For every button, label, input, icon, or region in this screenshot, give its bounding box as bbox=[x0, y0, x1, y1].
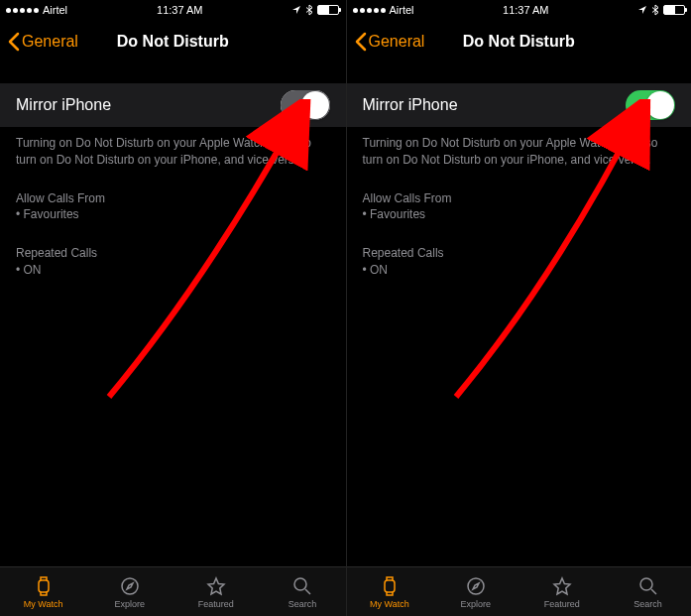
chevron-left-icon bbox=[8, 32, 20, 52]
allow-calls-value: • Favourites bbox=[363, 206, 676, 223]
tab-label: My Watch bbox=[370, 599, 409, 609]
allow-calls-section: Allow Calls From • Favourites bbox=[347, 183, 692, 224]
compass-icon bbox=[119, 575, 141, 597]
tab-label: Featured bbox=[198, 599, 234, 609]
content-area: Mirror iPhone Turning on Do Not Disturb … bbox=[0, 63, 346, 566]
status-bar: Airtel 11:37 AM bbox=[0, 0, 346, 20]
left-screenshot: Airtel 11:37 AM General Do Not Disturb M… bbox=[0, 0, 346, 616]
svg-point-5 bbox=[640, 578, 652, 590]
signal-strength-icon bbox=[353, 8, 386, 13]
bluetooth-icon bbox=[651, 4, 659, 16]
nav-bar: General Do Not Disturb bbox=[347, 20, 692, 63]
carrier-label: Airtel bbox=[390, 4, 414, 16]
footer-description: Turning on Do Not Disturb on your Apple … bbox=[347, 127, 692, 169]
tab-label: Explore bbox=[114, 599, 145, 609]
allow-calls-label: Allow Calls From bbox=[363, 190, 676, 207]
watch-icon bbox=[33, 575, 55, 597]
right-screenshot: Airtel 11:37 AM General Do Not Disturb M… bbox=[346, 0, 692, 616]
svg-point-4 bbox=[468, 578, 484, 594]
repeated-calls-section: Repeated Calls • ON bbox=[347, 237, 692, 279]
tab-label: Featured bbox=[544, 599, 580, 609]
allow-calls-label: Allow Calls From bbox=[16, 190, 330, 207]
search-icon bbox=[291, 575, 313, 597]
footer-description: Turning on Do Not Disturb on your Apple … bbox=[0, 127, 346, 169]
clock-label: 11:37 AM bbox=[503, 4, 548, 16]
mirror-iphone-toggle[interactable] bbox=[626, 90, 675, 120]
star-icon bbox=[205, 575, 227, 597]
repeated-calls-value: • ON bbox=[363, 262, 676, 279]
svg-rect-0 bbox=[39, 580, 49, 592]
status-bar: Airtel 11:37 AM bbox=[347, 0, 692, 20]
back-label: General bbox=[22, 33, 78, 51]
battery-icon bbox=[663, 5, 685, 15]
tab-explore[interactable]: Explore bbox=[432, 567, 518, 616]
svg-point-2 bbox=[294, 578, 306, 590]
repeated-calls-label: Repeated Calls bbox=[16, 245, 330, 262]
tab-featured[interactable]: Featured bbox=[173, 567, 259, 616]
repeated-calls-value: • ON bbox=[16, 262, 330, 279]
repeated-calls-label: Repeated Calls bbox=[363, 245, 676, 262]
tab-bar: My Watch Explore Featured Search bbox=[347, 566, 692, 616]
tab-label: Explore bbox=[461, 599, 492, 609]
search-icon bbox=[637, 575, 659, 597]
location-arrow-icon bbox=[291, 5, 301, 15]
repeated-calls-section: Repeated Calls • ON bbox=[0, 237, 346, 279]
tab-bar: My Watch Explore Featured Search bbox=[0, 566, 346, 616]
bluetooth-icon bbox=[305, 4, 313, 16]
mirror-iphone-row[interactable]: Mirror iPhone bbox=[0, 83, 346, 127]
compass-icon bbox=[465, 575, 487, 597]
tab-my-watch[interactable]: My Watch bbox=[347, 567, 433, 616]
tab-search[interactable]: Search bbox=[259, 567, 345, 616]
back-label: General bbox=[369, 33, 425, 51]
tab-label: My Watch bbox=[24, 599, 63, 609]
svg-point-1 bbox=[122, 578, 138, 594]
content-area: Mirror iPhone Turning on Do Not Disturb … bbox=[347, 63, 692, 566]
location-arrow-icon bbox=[637, 5, 647, 15]
mirror-iphone-label: Mirror iPhone bbox=[16, 96, 111, 114]
back-button[interactable]: General bbox=[355, 32, 425, 52]
star-icon bbox=[551, 575, 573, 597]
mirror-iphone-toggle[interactable] bbox=[281, 90, 330, 120]
nav-bar: General Do Not Disturb bbox=[0, 20, 346, 63]
chevron-left-icon bbox=[355, 32, 367, 52]
signal-strength-icon bbox=[6, 8, 39, 13]
battery-icon bbox=[317, 5, 339, 15]
clock-label: 11:37 AM bbox=[157, 4, 202, 16]
allow-calls-section: Allow Calls From • Favourites bbox=[0, 183, 346, 224]
mirror-iphone-row[interactable]: Mirror iPhone bbox=[347, 83, 692, 127]
carrier-label: Airtel bbox=[43, 4, 67, 16]
back-button[interactable]: General bbox=[8, 32, 78, 52]
svg-rect-3 bbox=[385, 580, 395, 592]
tab-search[interactable]: Search bbox=[605, 567, 691, 616]
watch-icon bbox=[379, 575, 401, 597]
tab-label: Search bbox=[633, 599, 662, 609]
tab-explore[interactable]: Explore bbox=[86, 567, 173, 616]
tab-featured[interactable]: Featured bbox=[518, 567, 605, 616]
allow-calls-value: • Favourites bbox=[16, 206, 330, 223]
mirror-iphone-label: Mirror iPhone bbox=[363, 96, 458, 114]
tab-label: Search bbox=[288, 599, 317, 609]
tab-my-watch[interactable]: My Watch bbox=[0, 567, 86, 616]
